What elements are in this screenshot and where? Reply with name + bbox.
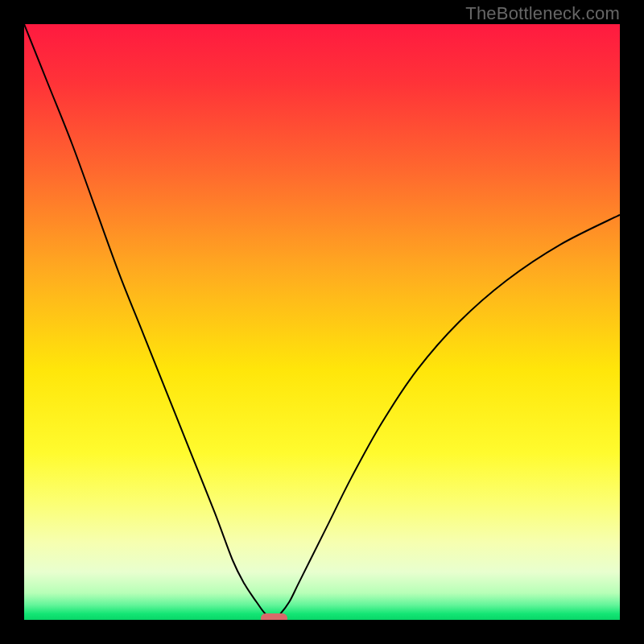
bottleneck-chart [24, 24, 620, 620]
plot-area [24, 24, 620, 620]
watermark-text: TheBottleneck.com [465, 3, 620, 24]
minimum-marker [261, 613, 287, 620]
gradient-background [24, 24, 620, 620]
chart-frame: TheBottleneck.com [0, 0, 644, 644]
